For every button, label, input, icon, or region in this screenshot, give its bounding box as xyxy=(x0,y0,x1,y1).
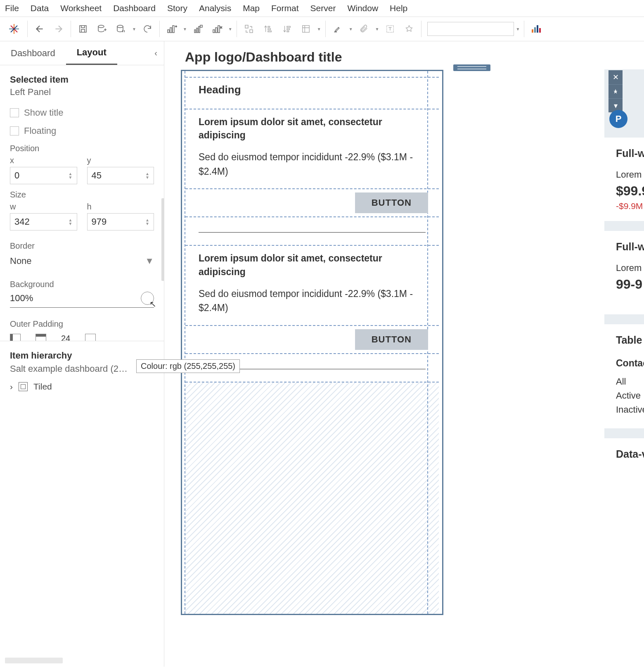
svg-rect-13 xyxy=(200,25,202,27)
card-button[interactable]: BUTTON xyxy=(355,192,428,213)
menu-analysis[interactable]: Analysis xyxy=(199,3,231,13)
tab-layout[interactable]: Layout xyxy=(66,41,117,65)
new-datasource-button[interactable] xyxy=(92,19,111,38)
position-label: Position xyxy=(10,144,154,153)
size-label: Size xyxy=(10,190,154,200)
pad-bottom-icon xyxy=(85,334,96,341)
svg-rect-15 xyxy=(215,28,217,33)
svg-rect-18 xyxy=(250,30,253,33)
svg-rect-20 xyxy=(268,29,270,30)
floating-checkbox[interactable]: Floating xyxy=(10,126,154,136)
pause-data-button[interactable] xyxy=(111,19,130,38)
menu-window[interactable]: Window xyxy=(347,3,378,13)
metrics-panel-title: Full-width panel (metrics) xyxy=(616,147,644,159)
border-dropdown[interactable]: None▼ xyxy=(10,253,154,269)
sort-asc-button[interactable] xyxy=(258,19,277,38)
pad-left-icon xyxy=(10,334,21,341)
svg-point-5 xyxy=(98,25,104,28)
card-body: Sed do eiusmod tempor incididunt -22.9% … xyxy=(199,287,426,315)
menu-file[interactable]: File xyxy=(5,3,19,13)
selected-item-value: Left Panel xyxy=(10,87,154,97)
chart-title: Data-vis widget xyxy=(616,448,644,460)
h-input[interactable]: 979▲▼ xyxy=(87,213,154,230)
highlight-button[interactable] xyxy=(328,19,347,38)
background-label: Background xyxy=(10,280,154,289)
svg-rect-29 xyxy=(537,25,538,33)
back-button[interactable] xyxy=(30,19,49,38)
svg-rect-24 xyxy=(287,31,289,32)
selected-left-panel[interactable]: Heading Lorem ipsum dolor sit amet, cons… xyxy=(181,70,443,615)
empty-area xyxy=(185,383,439,614)
drag-handle[interactable] xyxy=(453,64,490,71)
cursor-icon: ↖ xyxy=(149,299,156,309)
refresh-button[interactable] xyxy=(138,19,157,38)
card-body: Sed do eiusmod tempor incididunt -22.9% … xyxy=(199,150,426,178)
caret-icon[interactable]: ▼ xyxy=(130,27,138,31)
menu-dashboard[interactable]: Dashboard xyxy=(113,3,156,13)
card-button[interactable]: BUTTON xyxy=(355,329,428,350)
table-row: Inactive0 xyxy=(616,404,644,415)
show-title-checkbox[interactable]: Show title xyxy=(10,107,154,118)
svg-rect-11 xyxy=(197,28,198,33)
totals-button[interactable] xyxy=(296,19,315,38)
caret-icon[interactable]: ▼ xyxy=(514,27,521,31)
svg-rect-19 xyxy=(268,26,270,28)
svg-rect-7 xyxy=(168,30,169,33)
show-me-button[interactable] xyxy=(527,19,546,38)
caret-icon[interactable]: ▼ xyxy=(181,27,189,31)
svg-rect-10 xyxy=(194,30,196,33)
tab-dashboard[interactable]: Dashboard xyxy=(0,42,66,64)
selected-item-label: Selected item xyxy=(10,74,154,85)
donut-chart: 1,847 xyxy=(616,470,644,524)
swap-button[interactable] xyxy=(239,19,258,38)
table-row: All150 xyxy=(616,376,644,387)
table-row: Active140 xyxy=(616,390,644,401)
dashboard-canvas[interactable]: App logo/Dashboard title Heading Lorem i… xyxy=(164,41,644,667)
collapse-icon[interactable]: ‹ xyxy=(154,48,157,58)
caret-icon[interactable]: ▼ xyxy=(374,27,381,31)
pin-icon[interactable] xyxy=(608,84,623,98)
caret-icon[interactable]: ▼ xyxy=(315,27,323,31)
close-icon[interactable]: ✕ xyxy=(608,70,623,84)
horizontal-scrollbar[interactable] xyxy=(5,658,63,663)
y-input[interactable]: 45▲▼ xyxy=(87,167,154,184)
menu-help[interactable]: Help xyxy=(390,3,407,13)
menu-format[interactable]: Format xyxy=(271,3,299,13)
caret-icon[interactable]: ▼ xyxy=(227,27,234,31)
card-title: Lorem ipsum dolor sit amet, consectetur … xyxy=(199,115,426,142)
duplicate-button[interactable] xyxy=(189,19,208,38)
menu-worksheet[interactable]: Worksheet xyxy=(60,3,102,13)
caret-icon[interactable]: ▼ xyxy=(347,27,355,31)
outer-padding-control[interactable]: 0 0 24 0 ▼ xyxy=(10,334,154,341)
svg-rect-22 xyxy=(287,26,290,28)
new-worksheet-button[interactable] xyxy=(162,19,181,38)
text-button[interactable] xyxy=(381,19,400,38)
svg-rect-23 xyxy=(287,29,289,30)
sort-desc-button[interactable] xyxy=(277,19,296,38)
menu-server[interactable]: Server xyxy=(310,3,336,13)
table-panel-title: Table xyxy=(616,334,644,346)
dashboard-title: App logo/Dashboard title xyxy=(185,50,644,65)
save-button[interactable] xyxy=(73,19,92,38)
chevron-right-icon: › xyxy=(10,382,13,392)
svg-rect-21 xyxy=(268,31,271,32)
background-dropdown[interactable]: 100% ↖ xyxy=(10,292,154,308)
svg-rect-28 xyxy=(534,27,536,33)
menu-map[interactable]: Map xyxy=(243,3,260,13)
forward-button[interactable] xyxy=(49,19,68,38)
tableau-logo-icon xyxy=(7,22,21,36)
card-title: Lorem ipsum dolor sit amet, consectetur … xyxy=(199,252,426,278)
search-input[interactable] xyxy=(427,22,514,36)
svg-rect-4 xyxy=(80,26,86,32)
clear-button[interactable] xyxy=(208,19,227,38)
menu-data[interactable]: Data xyxy=(31,3,49,13)
svg-point-6 xyxy=(117,25,123,28)
svg-rect-30 xyxy=(539,28,541,33)
menu-story[interactable]: Story xyxy=(167,3,187,13)
w-input[interactable]: 342▲▼ xyxy=(10,213,77,230)
hierarchy-item-tiled[interactable]: › Tiled xyxy=(10,382,154,392)
pin-button[interactable] xyxy=(400,19,419,38)
x-input[interactable]: 0▲▼ xyxy=(10,167,77,184)
metrics-panel-title: Full-width panel (metrics) xyxy=(616,241,644,253)
attach-button[interactable] xyxy=(355,19,374,38)
